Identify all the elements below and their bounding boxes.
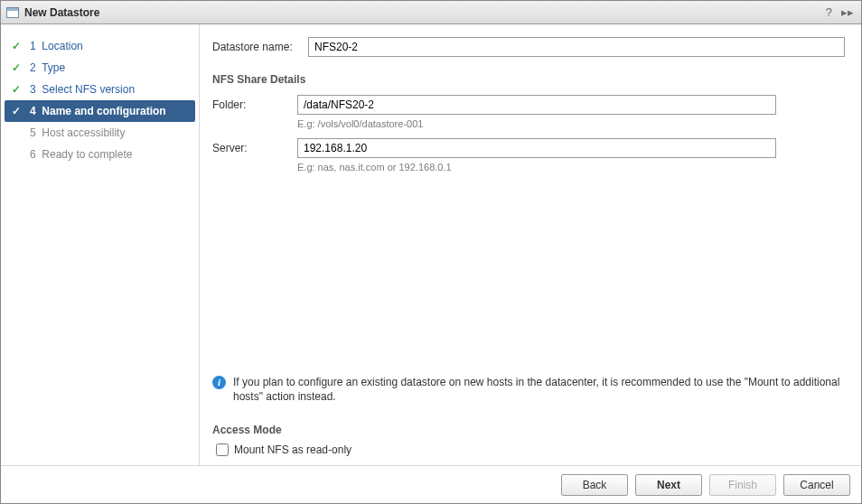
readonly-checkbox[interactable] — [216, 443, 229, 456]
new-datastore-dialog: New Datastore ? ▸▸ ✓ 1 Location ✓ 2 Type… — [0, 0, 862, 504]
dialog-title: New Datastore — [24, 6, 819, 19]
cancel-button[interactable]: Cancel — [783, 474, 850, 496]
dialog-footer: Back Next Finish Cancel — [1, 465, 861, 503]
access-mode-title: Access Mode — [212, 424, 845, 436]
step-type[interactable]: ✓ 2 Type — [5, 57, 195, 79]
expand-icon[interactable]: ▸▸ — [839, 5, 856, 19]
step-location[interactable]: ✓ 1 Location — [5, 35, 195, 57]
back-button[interactable]: Back — [561, 474, 628, 496]
dialog-body: ✓ 1 Location ✓ 2 Type ✓ 3 Select NFS ver… — [1, 24, 861, 465]
titlebar: New Datastore ? ▸▸ — [1, 1, 861, 24]
folder-label: Folder: — [212, 98, 290, 111]
datastore-name-label: Datastore name: — [212, 41, 299, 53]
info-row: i If you plan to configure an existing d… — [212, 369, 845, 416]
server-label: Server: — [212, 142, 290, 154]
nfs-share-details-title: NFS Share Details — [212, 73, 845, 86]
datastore-name-row: Datastore name: — [212, 37, 845, 57]
info-icon: i — [212, 376, 226, 389]
check-icon: ✓ — [12, 40, 24, 52]
window-icon — [6, 7, 19, 18]
step-select-nfs-version[interactable]: ✓ 3 Select NFS version — [5, 79, 195, 100]
next-button[interactable]: Next — [635, 474, 702, 496]
info-text: If you plan to configure an existing dat… — [233, 375, 845, 404]
nfs-share-grid: Folder: E.g: /vols/vol0/datastore-001 Se… — [212, 95, 845, 178]
step-name-and-configuration[interactable]: ✓ 4 Name and configuration — [5, 100, 195, 122]
server-hint: E.g: nas, nas.it.com or 192.168.0.1 — [297, 162, 845, 178]
main-panel: Datastore name: NFS Share Details Folder… — [200, 24, 861, 465]
folder-input[interactable] — [297, 95, 776, 115]
server-input[interactable] — [297, 138, 776, 158]
finish-button: Finish — [709, 474, 776, 496]
check-icon: ✓ — [12, 83, 24, 96]
check-icon: ✓ — [12, 105, 24, 117]
help-icon[interactable]: ? — [824, 5, 834, 19]
readonly-label: Mount NFS as read-only — [234, 443, 351, 456]
readonly-row[interactable]: Mount NFS as read-only — [212, 443, 845, 456]
folder-hint: E.g: /vols/vol0/datastore-001 — [297, 118, 845, 135]
access-mode-section: Access Mode Mount NFS as read-only — [212, 422, 845, 465]
datastore-name-input[interactable] — [308, 37, 845, 57]
step-ready-to-complete: ✓ 6 Ready to complete — [5, 144, 195, 165]
wizard-steps: ✓ 1 Location ✓ 2 Type ✓ 3 Select NFS ver… — [1, 24, 200, 465]
step-host-accessibility: ✓ 5 Host accessibility — [5, 122, 195, 144]
check-icon: ✓ — [12, 61, 24, 74]
